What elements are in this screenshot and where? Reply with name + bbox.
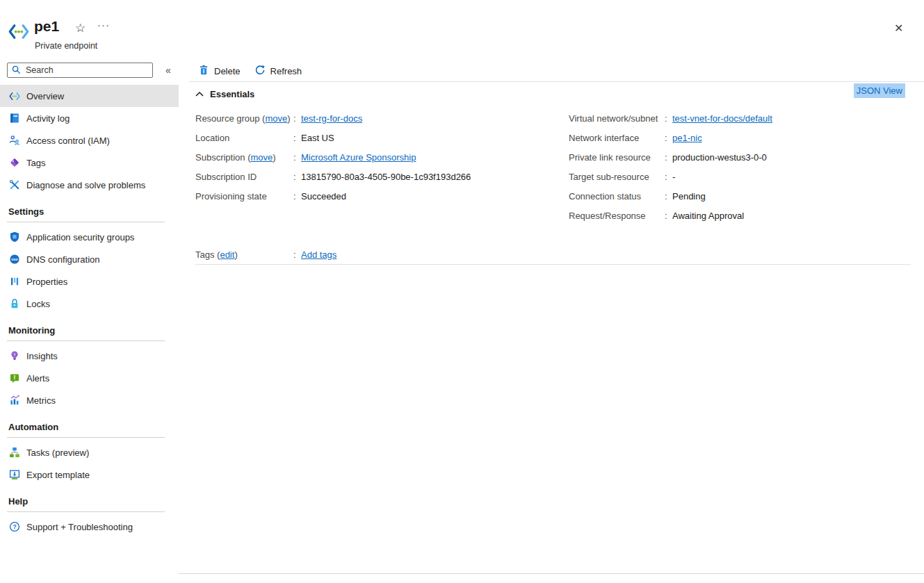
essentials-right-column: Virtual network/subnet : test-vnet-for-d… (569, 108, 924, 225)
sidebar: « Overview Activity log (0, 61, 179, 583)
field-subscription-id: Subscription ID : 13815790-80a3-4505-90b… (195, 167, 569, 186)
sidebar-item-label: Export template (26, 470, 90, 480)
lightbulb-icon (8, 350, 20, 362)
refresh-button[interactable]: Refresh (254, 65, 302, 78)
section-header-help: Help (0, 486, 179, 511)
collapse-sidebar-button[interactable]: « (163, 64, 174, 76)
tags-icon (8, 157, 20, 169)
close-icon[interactable]: ✕ (894, 22, 903, 35)
page-header: pe1 ☆ ··· Private endpoint ✕ (0, 0, 924, 61)
sidebar-item-overview[interactable]: Overview (0, 85, 179, 107)
divider (7, 222, 165, 222)
sidebar-item-support[interactable]: ? Support + Troubleshooting (0, 516, 179, 538)
page-title: pe1 (34, 18, 59, 35)
field-value: Succeeded (301, 191, 346, 202)
field-label: Private link resource (569, 152, 665, 163)
field-target-sub-resource: Target sub-resource : - (569, 167, 924, 186)
divider (179, 573, 924, 574)
field-label: Tags (edit) (195, 249, 293, 260)
json-view-link[interactable]: JSON View (854, 83, 905, 98)
sidebar-item-label: Support + Troubleshooting (26, 522, 133, 532)
field-resource-group: Resource group (move) : test-rg-for-docs (195, 108, 569, 128)
edit-tags-link[interactable]: edit (220, 249, 234, 260)
sidebar-item-dns-configuration[interactable]: DNS DNS configuration (0, 248, 179, 270)
sidebar-item-label: Alerts (26, 373, 49, 384)
sidebar-item-label: Access control (IAM) (26, 136, 110, 146)
field-request-response: Request/Response : Awaiting Approval (569, 206, 924, 225)
favorite-star-icon[interactable]: ☆ (75, 21, 86, 35)
field-label: Connection status (569, 191, 665, 202)
chevron-up-icon (195, 89, 204, 99)
divider (195, 264, 911, 265)
main-content: Delete Refresh Essentials JSON View Reso… (179, 61, 924, 583)
field-label: Network interface (569, 133, 665, 143)
dns-icon: DNS (8, 254, 20, 265)
sidebar-item-alerts[interactable]: ! Alerts (0, 367, 179, 389)
divider (7, 511, 165, 512)
move-resource-group-link[interactable]: move (265, 113, 287, 124)
sidebar-item-access-control[interactable]: Access control (IAM) (0, 129, 179, 151)
sidebar-item-label: Locks (26, 299, 50, 309)
vnet-subnet-link[interactable]: test-vnet-for-docs/default (672, 113, 772, 124)
delete-button[interactable]: Delete (198, 65, 241, 78)
field-subscription: Subscription (move) : Microsoft Azure Sp… (195, 147, 569, 167)
sidebar-item-label: Insights (26, 351, 58, 361)
sidebar-item-export-template[interactable]: Export template (0, 463, 179, 486)
field-label: Resource group (move) (195, 113, 293, 124)
essentials-left-column: Resource group (move) : test-rg-for-docs… (195, 108, 569, 225)
sidebar-item-label: Tags (26, 158, 45, 168)
access-control-icon (8, 135, 20, 147)
field-value: East US (301, 133, 334, 143)
field-tags: Tags (edit) : Add tags (195, 245, 924, 264)
sidebar-item-diagnose[interactable]: Diagnose and solve problems (0, 174, 179, 196)
field-label: Virtual network/subnet (569, 113, 665, 124)
section-header-settings: Settings (0, 196, 179, 222)
properties-icon (8, 276, 20, 288)
lock-icon (8, 298, 20, 310)
diagnose-tools-icon (8, 179, 20, 191)
field-label: Target sub-resource (569, 172, 665, 182)
field-label: Request/Response (569, 211, 665, 221)
activity-log-icon (8, 113, 20, 124)
field-value: production-westus3-0-0 (672, 152, 767, 163)
field-value: - (672, 172, 675, 182)
sidebar-item-tasks[interactable]: Tasks (preview) (0, 441, 179, 463)
search-input[interactable] (7, 63, 153, 78)
sidebar-item-label: DNS configuration (26, 254, 100, 265)
svg-text:DNS: DNS (11, 258, 17, 261)
refresh-button-label: Refresh (270, 66, 302, 76)
sidebar-item-tags[interactable]: Tags (0, 151, 179, 174)
section-header-automation: Automation (0, 411, 179, 437)
delete-button-label: Delete (214, 66, 241, 76)
field-location: Location : East US (195, 128, 569, 147)
add-tags-link[interactable]: Add tags (301, 249, 337, 260)
subscription-link[interactable]: Microsoft Azure Sponsorship (301, 152, 416, 163)
essentials-title: Essentials (210, 89, 254, 99)
sidebar-item-label: Metrics (26, 395, 56, 406)
bar-chart-icon (8, 395, 20, 407)
command-bar: Delete Refresh (179, 61, 924, 81)
divider (189, 81, 924, 82)
alert-bubble-icon: ! (8, 372, 20, 384)
overview-endpoint-icon (8, 90, 20, 102)
sidebar-item-insights[interactable]: Insights (0, 345, 179, 367)
sidebar-item-locks[interactable]: Locks (0, 293, 179, 315)
export-template-icon (8, 469, 20, 481)
sidebar-item-metrics[interactable]: Metrics (0, 389, 179, 411)
network-interface-link[interactable]: pe1-nic (672, 133, 702, 143)
field-private-link-resource: Private link resource : production-westu… (569, 147, 924, 167)
move-subscription-link[interactable]: move (250, 152, 273, 163)
sidebar-item-application-security-groups[interactable]: Application security groups (0, 226, 179, 248)
sidebar-item-activity-log[interactable]: Activity log (0, 107, 179, 129)
sidebar-item-properties[interactable]: Properties (0, 270, 179, 293)
sidebar-item-label: Tasks (preview) (26, 447, 89, 458)
private-endpoint-icon (8, 23, 29, 42)
sidebar-item-label: Properties (26, 277, 67, 287)
essentials-grid: Resource group (move) : test-rg-for-docs… (195, 108, 924, 225)
resource-group-link[interactable]: test-rg-for-docs (301, 113, 362, 124)
more-menu-icon[interactable]: ··· (97, 19, 110, 31)
flowchart-icon (8, 447, 20, 459)
sidebar-item-label: Application security groups (26, 232, 134, 243)
refresh-icon (254, 65, 266, 78)
essentials-header[interactable]: Essentials (195, 85, 924, 103)
